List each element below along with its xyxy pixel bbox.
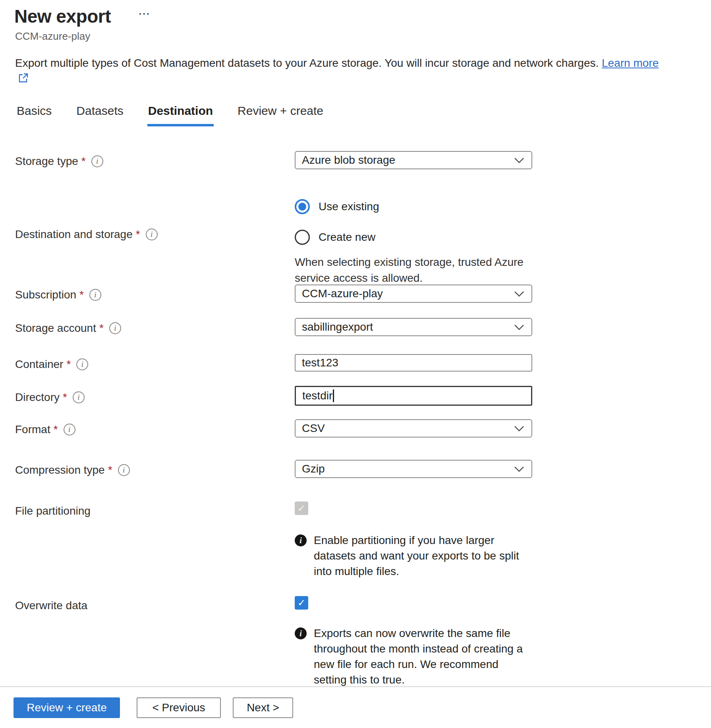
radio-create-new[interactable]: Create new — [295, 230, 375, 245]
info-icon[interactable]: i — [89, 289, 101, 301]
directory-value: testdir — [302, 389, 332, 402]
info-icon[interactable]: i — [91, 155, 103, 167]
learn-more-link[interactable]: Learn more — [602, 57, 659, 69]
external-link-icon — [18, 72, 29, 87]
storage-account-label-text: Storage account — [15, 322, 96, 335]
overwrite-data-info: i Exports can now overwrite the same fil… — [295, 625, 533, 687]
file-partitioning-checkbox: ✓ — [295, 501, 308, 515]
file-partitioning-info: i Enable partitioning if you have larger… — [295, 532, 533, 579]
compression-type-label: Compression type * i — [15, 464, 130, 476]
chevron-down-icon — [514, 422, 524, 435]
required-marker: * — [99, 322, 104, 335]
tab-bar: Basics Datasets Destination Review + cre… — [16, 104, 324, 126]
page-description: Export multiple types of Cost Management… — [15, 56, 670, 87]
info-icon[interactable]: i — [76, 358, 88, 370]
required-marker: * — [63, 391, 67, 404]
directory-label-text: Directory — [15, 391, 60, 404]
overwrite-data-checkbox[interactable]: ✓ — [295, 596, 308, 610]
info-filled-icon: i — [295, 534, 307, 546]
info-icon[interactable]: i — [109, 322, 121, 334]
footer-divider — [0, 686, 711, 687]
subscription-label: Subscription * i — [15, 288, 101, 301]
compression-type-dropdown[interactable]: Gzip — [295, 460, 532, 478]
destination-storage-helper: When selecting existing storage, trusted… — [295, 254, 529, 286]
review-create-button[interactable]: Review + create — [14, 697, 120, 718]
directory-label: Directory * i — [15, 391, 85, 404]
chevron-down-icon — [514, 287, 524, 300]
radio-selected-icon — [295, 199, 310, 214]
chevron-down-icon — [514, 321, 524, 333]
overwrite-data-label: Overwrite data — [15, 599, 87, 612]
required-marker: * — [108, 464, 112, 476]
format-label-text: Format — [15, 423, 50, 436]
info-icon[interactable]: i — [146, 228, 158, 240]
container-label: Container * i — [15, 358, 88, 371]
file-partitioning-label: File partitioning — [15, 505, 91, 517]
storage-type-label-text: Storage type — [15, 155, 78, 168]
overwrite-data-label-text: Overwrite data — [15, 599, 87, 612]
page-subtitle: CCM-azure-play — [15, 30, 90, 43]
storage-type-value: Azure blob storage — [302, 154, 395, 167]
next-button[interactable]: Next > — [233, 697, 293, 718]
tab-review-create[interactable]: Review + create — [237, 104, 324, 126]
storage-account-label: Storage account * i — [15, 322, 121, 335]
overwrite-data-info-text: Exports can now overwrite the same file … — [314, 625, 533, 687]
file-partitioning-info-text: Enable partitioning if you have larger d… — [314, 532, 533, 579]
info-icon[interactable]: i — [118, 464, 130, 476]
description-text: Export multiple types of Cost Management… — [15, 57, 599, 69]
container-input[interactable]: test123 — [295, 354, 532, 372]
tab-destination[interactable]: Destination — [147, 104, 214, 126]
storage-type-dropdown[interactable]: Azure blob storage — [295, 151, 532, 169]
subscription-label-text: Subscription — [15, 288, 76, 301]
compression-type-label-text: Compression type — [15, 464, 105, 476]
tab-basics[interactable]: Basics — [16, 104, 52, 126]
destination-storage-label-text: Destination and storage — [15, 228, 133, 241]
radio-create-new-label: Create new — [319, 231, 375, 244]
chevron-down-icon — [514, 463, 524, 475]
subscription-dropdown[interactable]: CCM-azure-play — [295, 285, 532, 303]
required-marker: * — [81, 155, 86, 168]
destination-storage-label: Destination and storage * i — [15, 228, 158, 241]
tab-datasets[interactable]: Datasets — [75, 104, 124, 126]
format-label: Format * i — [15, 423, 75, 436]
required-marker: * — [66, 358, 71, 371]
subscription-value: CCM-azure-play — [302, 287, 383, 300]
storage-account-value: sabillingexport — [302, 321, 373, 333]
text-cursor — [333, 389, 334, 402]
radio-use-existing-label: Use existing — [319, 200, 379, 213]
required-marker: * — [79, 288, 84, 301]
info-icon[interactable]: i — [73, 391, 85, 403]
container-value: test123 — [302, 356, 338, 369]
required-marker: * — [54, 423, 58, 436]
format-value: CSV — [302, 422, 325, 435]
radio-unselected-icon — [295, 230, 310, 245]
info-icon[interactable]: i — [64, 424, 75, 436]
container-label-text: Container — [15, 358, 63, 371]
format-dropdown[interactable]: CSV — [295, 419, 532, 438]
radio-use-existing[interactable]: Use existing — [295, 199, 379, 214]
previous-button[interactable]: < Previous — [137, 697, 221, 718]
chevron-down-icon — [514, 154, 524, 167]
page-title: New export — [14, 6, 111, 27]
compression-type-value: Gzip — [302, 463, 325, 475]
storage-account-dropdown[interactable]: sabillingexport — [295, 318, 532, 336]
more-menu-icon[interactable]: ⋯ — [138, 6, 151, 20]
directory-input[interactable]: testdir — [295, 386, 532, 406]
file-partitioning-label-text: File partitioning — [15, 505, 91, 517]
required-marker: * — [136, 228, 140, 241]
storage-type-label: Storage type * i — [15, 155, 103, 168]
info-filled-icon: i — [295, 627, 307, 639]
